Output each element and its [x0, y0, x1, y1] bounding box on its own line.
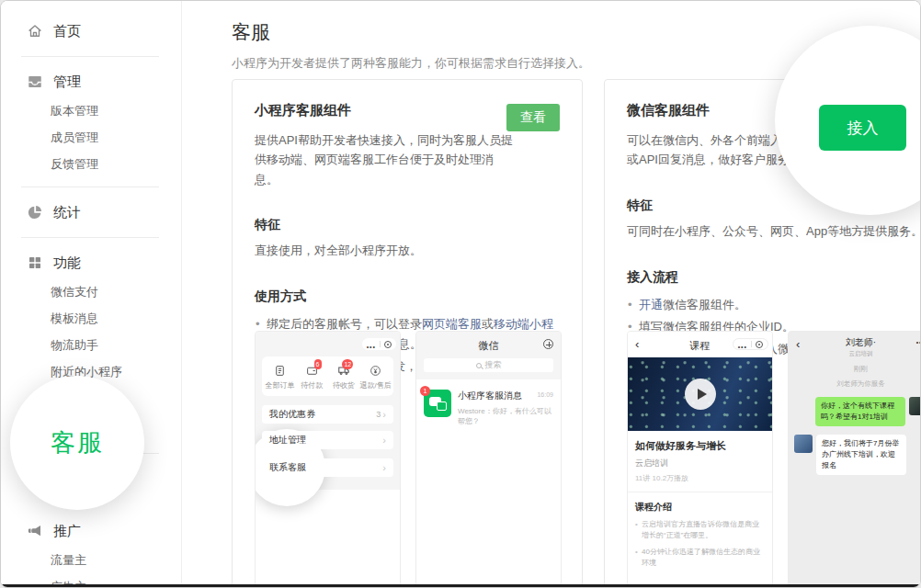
sidebar-item-label: 推广	[53, 523, 81, 540]
divider	[21, 237, 159, 238]
order-list-icon	[264, 363, 296, 378]
sidebar-item-features[interactable]: 功能	[1, 247, 181, 278]
app-window: 首页 管理 版本管理 成员管理 反馈管理 统计 功能 微信支付 模板消息	[0, 0, 921, 588]
course-intro-bullet: 云启培训官方直播告诉你微信是商业增长的“正道”在哪里。	[635, 519, 765, 541]
divider	[21, 56, 159, 57]
video-provider: 云启培训	[635, 458, 765, 469]
search-bar: 搜索	[424, 358, 553, 372]
chat-contact-org: 云启培训	[789, 350, 921, 358]
phone-mock-course: 课程 如何做好服务与增长 云启培训	[627, 331, 773, 588]
bullet-text: 或	[482, 317, 494, 331]
list-item-coupons: 我的优惠券 3	[262, 405, 393, 424]
sidebar-item-label: 管理	[53, 74, 81, 91]
chat-nav-bar: 刘老师· 云启培训	[789, 332, 921, 359]
connect-button[interactable]: 接入	[819, 105, 906, 151]
quick-action-orders: 全部订单	[264, 363, 296, 390]
message-bubble: 您好，我们将于7月份举办广州线下培训，欢迎报名	[816, 435, 906, 475]
capsule-divider	[380, 341, 381, 347]
inbox-icon	[27, 74, 43, 90]
quick-action-label: 待收货	[328, 380, 360, 390]
plus-circle-icon	[543, 339, 553, 349]
miniprogram-capsule	[733, 338, 768, 350]
phone-mock-cs-chat: 刘老师· 云启培训 刚刚 刘老师为你服务 你好，这个有线下课程吗？希望有1对1培…	[788, 331, 921, 588]
sidebar-item-promotion[interactable]: 推广	[1, 515, 181, 547]
video-title: 如何做好服务与增长	[635, 439, 765, 453]
pie-chart-icon	[27, 204, 43, 220]
sidebar-subitem-wechat-pay[interactable]: 微信支付	[1, 278, 181, 305]
service-notice: 刘老师为你服务	[789, 379, 921, 389]
course-intro-bullet: 40分钟让你迅速了解微信生态的商业环境	[635, 547, 765, 569]
course-intro-heading: 课程介绍	[635, 501, 765, 514]
list-item-label: 联系客服	[269, 461, 306, 474]
customer-service-nav-label: 客服	[51, 426, 104, 459]
quick-action-label: 待付款	[296, 380, 328, 390]
exit-target-icon	[756, 341, 763, 348]
search-placeholder: 搜索	[485, 359, 502, 371]
more-dots-icon	[916, 335, 921, 346]
phone-mock-profile: 全部订单 待付款 6	[255, 331, 401, 588]
screenshots-row: 全部订单 待付款 6	[255, 331, 562, 588]
message-incoming: 您好，我们将于7月份举办广州线下培训，欢迎报名	[789, 435, 921, 475]
sidebar-item-stats[interactable]: 统计	[1, 197, 181, 228]
feature-text: 可同时在小程序、公众号、网页、App等地方提供服务。	[627, 222, 921, 242]
spotlight-customer-service-nav[interactable]: 客服	[10, 376, 144, 510]
feature-heading: 特征	[255, 217, 560, 233]
screenshots-row: 课程 如何做好服务与增长 云启培训	[627, 331, 921, 588]
refund-yuan-icon	[359, 363, 392, 378]
play-button-icon	[685, 379, 716, 410]
sidebar-subitem-version[interactable]: 版本管理	[1, 97, 181, 124]
flow-bullet: 开通微信客服组件。	[627, 295, 921, 315]
message-bubble: 你好，这个有线下课程吗？希望有1对1培训	[815, 397, 905, 426]
card-miniprogram-cs: 小程序客服组件 查看 提供API帮助开发者快速接入，同时为客服人员提供移动端、网…	[232, 79, 583, 588]
view-button[interactable]: 查看	[506, 104, 560, 131]
phone-mock-wechat-list: 微信 搜索 1 小程序客服消息 Westore：你好	[415, 331, 562, 588]
sidebar-item-home[interactable]: 首页	[1, 16, 181, 47]
bullet-text: 绑定后的客服帐号，可以登录	[267, 317, 422, 331]
home-icon	[27, 23, 43, 40]
list-item-address: 地址管理	[262, 431, 393, 449]
search-icon	[476, 363, 482, 368]
user-avatar	[909, 397, 921, 415]
sidebar-subitem-traffic[interactable]: 流量主	[1, 547, 181, 573]
quick-actions-panel: 全部订单 待付款 6	[262, 356, 393, 396]
exit-target-icon	[384, 341, 392, 348]
more-dots-icon	[738, 336, 747, 353]
sidebar-subitem-feedback[interactable]: 反馈管理	[1, 151, 181, 177]
open-wechat-cs-link[interactable]: 开通	[639, 298, 663, 311]
quick-action-to-pay: 待付款 6	[296, 363, 328, 390]
cs-message-avatar: 1	[424, 390, 451, 417]
megaphone-icon	[27, 523, 43, 539]
sidebar-subitem-members[interactable]: 成员管理	[1, 124, 181, 151]
capsule-divider	[751, 341, 752, 347]
course-nav-bar: 课程	[628, 332, 772, 357]
quick-action-label: 退款/售后	[359, 380, 392, 390]
list-item-label: 我的优惠券	[269, 408, 315, 421]
flow-heading: 接入流程	[627, 269, 921, 286]
message-outgoing: 你好，这个有线下课程吗？希望有1对1培训	[789, 397, 921, 426]
quick-action-to-receive: 待收货 12	[328, 363, 360, 390]
chevron-right-icon	[382, 409, 386, 420]
video-meta: 11讲 10.2万播放	[635, 473, 765, 483]
usage-heading: 使用方式	[255, 288, 560, 305]
list-item-label: 地址管理	[269, 434, 306, 447]
teacher-avatar	[794, 435, 813, 453]
quick-action-label: 全部订单	[264, 380, 296, 390]
feature-text: 直接使用，对全部小程序开放。	[255, 242, 560, 261]
chevron-right-icon	[382, 435, 386, 446]
grid-icon	[27, 254, 43, 271]
sidebar-subitem-template-message[interactable]: 模板消息	[1, 305, 181, 332]
chat-contact-name: 刘老师·	[789, 332, 921, 349]
list-item-value: 3	[376, 410, 381, 419]
chevron-right-icon	[382, 462, 386, 473]
miniprogram-capsule	[362, 338, 396, 350]
sidebar-subitem-logistics[interactable]: 物流助手	[1, 332, 181, 358]
chat-time: 16:09	[537, 391, 553, 398]
sidebar-item-manage[interactable]: 管理	[1, 66, 181, 97]
divider	[628, 492, 772, 492]
wechat-nav-title: 微信	[416, 339, 561, 353]
chat-timestamp: 刚刚	[789, 365, 921, 374]
web-cs-link[interactable]: 网页端客服	[422, 317, 482, 331]
badge: 6	[314, 359, 322, 369]
chat-preview: Westore：你好，有什么可以帮您？	[458, 406, 553, 426]
wallet-icon	[296, 363, 328, 378]
